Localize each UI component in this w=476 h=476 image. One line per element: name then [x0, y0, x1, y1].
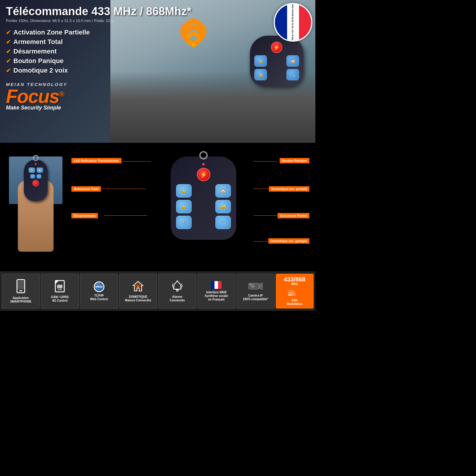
tile-camera-label: Caméra IP 100% compatible* — [243, 294, 268, 301]
feature-text-2: Armement Total — [13, 38, 63, 46]
remote-row-2: 🔓 🔐 — [176, 200, 231, 213]
remote-btn-domo1: 🏠 — [215, 184, 231, 198]
line-arm-partial — [253, 215, 277, 216]
alarm-bell-icon — [172, 280, 183, 293]
middle-section: 🔒 🏠 LED Indicateur Transmission Armement… — [0, 145, 315, 270]
feature-text-4: Bouton Panique — [13, 57, 64, 65]
remote-diagram-center: ⚡ 🔒 🏠 🔓 🔐 ⚙️ 🔧 — [171, 156, 236, 240]
france-flag-mini — [211, 281, 222, 289]
bottom-section: Application SMARTPHONE GSM / GPRS 4G Con… — [0, 271, 315, 311]
hand-remote-left: 🔒 🏠 — [3, 151, 68, 252]
label-panic: Bouton Panique — [280, 158, 309, 163]
line-led — [121, 161, 151, 162]
tile-gsm: GSM / GPRS 4G Control — [41, 274, 79, 309]
buttons-row-1: 🔒 🏠 — [254, 55, 299, 67]
remote-diagram-body: ⚡ 🔒 🏠 🔓 🔐 ⚙️ 🔧 — [171, 156, 236, 240]
top-section: Customer Service from 8.00 AM to 8.00 PM… — [0, 0, 315, 143]
line-panic — [253, 161, 277, 162]
tile-alarme-label: Alarme Connectée — [170, 295, 185, 302]
keychain-ring — [33, 155, 39, 161]
tile-interface: Interface WEB Synthèse vocale en Françai… — [198, 274, 236, 309]
check-icon-1: ✔ — [6, 29, 11, 36]
camera-ip-icon — [248, 281, 263, 292]
france-flag-circle: Customer Service from 8.00 AM to 8.00 PM… — [274, 3, 312, 42]
label-led: LED Indicateur Transmission — [71, 158, 121, 163]
sim-card-icon — [55, 280, 65, 294]
remote-row-1: 🔒 🏠 — [176, 184, 231, 198]
led-indicator — [35, 163, 37, 165]
keychain-remote: 🔒 🏠 — [24, 159, 48, 201]
tile-domotique: DOMOTIQUE Maison Connectée — [119, 274, 157, 309]
button-disarm: 🔓 — [254, 69, 267, 80]
label-arm-total: Armement Total — [71, 186, 101, 192]
tile-smartphone: Application SMARTPHONE — [2, 274, 40, 309]
tile-smartphone-label: Application SMARTPHONE — [10, 296, 31, 303]
svg-rect-2 — [19, 290, 22, 291]
svg-rect-3 — [18, 281, 24, 289]
tile-interface-label: Interface WEB Synthèse vocale en Françai… — [205, 291, 228, 301]
remote-btn-domo2: 🔧 — [215, 216, 231, 229]
kc-buttons-row-1: 🔒 🏠 — [29, 167, 43, 173]
service-text: Customer Service from 8.00 AM to 8.00 PM… — [292, 3, 294, 42]
www-globe-icon: WWW — [94, 281, 104, 292]
feature-text-3: Désarmement — [13, 48, 57, 55]
check-icon-3: ✔ — [6, 48, 11, 55]
svg-rect-6 — [57, 285, 62, 288]
tile-domotique-label: DOMOTIQUE Maison Connectée — [125, 295, 151, 302]
kc-button-2: 🏠 — [37, 167, 43, 173]
remote-row-3: ⚙️ 🔧 — [176, 216, 231, 229]
remote-btn-disarm: 🔓 — [176, 200, 192, 213]
tile-freq-label: ASK Modulation — [287, 299, 303, 306]
tile-freq: 433/868 MHz ASK — [276, 274, 314, 309]
svg-marker-5 — [55, 281, 59, 284]
svg-rect-23 — [288, 287, 301, 296]
freq-mhz: MHz — [284, 282, 305, 286]
freq-badge-icon: 433/868 MHz — [284, 276, 305, 286]
panic-button-top: ⚡ — [271, 42, 282, 53]
label-domo2: Domotique (ex. garage) — [268, 238, 309, 244]
remote-btn-extra1: ⚙️ — [176, 216, 192, 229]
remote-led-dot — [202, 163, 205, 165]
freq-number: 433/868 — [284, 276, 305, 282]
remote-btn-partial: 🔐 — [215, 200, 231, 213]
home-connected-icon — [132, 280, 144, 293]
remote-btn-arm: 🔒 — [176, 184, 192, 198]
remote-panic-btn: ⚡ — [197, 168, 210, 181]
tile-tcpip: WWW TCP/IP Web Control — [80, 274, 118, 309]
brand-tagline: Make Security Simple — [6, 105, 309, 111]
button-domo2: 🔧 — [286, 69, 299, 80]
ask-signal-rings — [288, 287, 301, 297]
feature-text-1: Activation Zone Partielle — [13, 29, 90, 36]
svg-point-24 — [289, 295, 291, 296]
svg-marker-16 — [259, 283, 262, 290]
check-icon-5: ✔ — [6, 67, 11, 74]
svg-rect-19 — [249, 284, 252, 285]
line-arm-total — [98, 189, 146, 189]
svg-rect-7 — [58, 289, 62, 290]
svg-point-18 — [252, 286, 253, 287]
kc-panic-button — [32, 180, 39, 187]
diagram-area: LED Indicateur Transmission Armement Tot… — [68, 151, 312, 264]
feature-text-5: Domotique 2 voix — [13, 67, 68, 74]
check-icon-4: ✔ — [6, 57, 11, 65]
kc-button-3 — [30, 174, 35, 178]
label-disarm: Désarmement — [71, 213, 98, 218]
remote-keyring — [199, 151, 208, 159]
kc-button-4 — [37, 174, 41, 178]
tile-tcpip-label: TCP/IP Web Control — [90, 294, 108, 301]
check-icon-2: ✔ — [6, 38, 11, 46]
www-text: WWW — [95, 285, 103, 288]
smartphone-icon — [16, 279, 25, 295]
line-disarm — [104, 215, 147, 216]
page-subtitle: Portée 150m, Dimensions: 66.5 x 31.5 x 1… — [6, 18, 309, 23]
tile-gsm-label: GSM / GPRS 4G Control — [51, 295, 69, 303]
label-arm-partial: Armement Partiel — [278, 213, 309, 218]
brand-focus: Focus® — [6, 87, 309, 106]
svg-point-9 — [137, 285, 139, 287]
label-domo1: Domotique (ex. portail) — [269, 186, 309, 192]
page-title: Télécommande 433 MHz / 868Mhz* — [6, 5, 309, 18]
remote-top-right: ⚡ 🔒 🏠 🔓 🔧 — [250, 36, 309, 86]
remote-body: ⚡ 🔒 🏠 🔓 🔧 — [250, 36, 303, 86]
button-domo1: 🏠 — [286, 55, 299, 67]
kc-button-1: 🔒 — [29, 167, 35, 173]
